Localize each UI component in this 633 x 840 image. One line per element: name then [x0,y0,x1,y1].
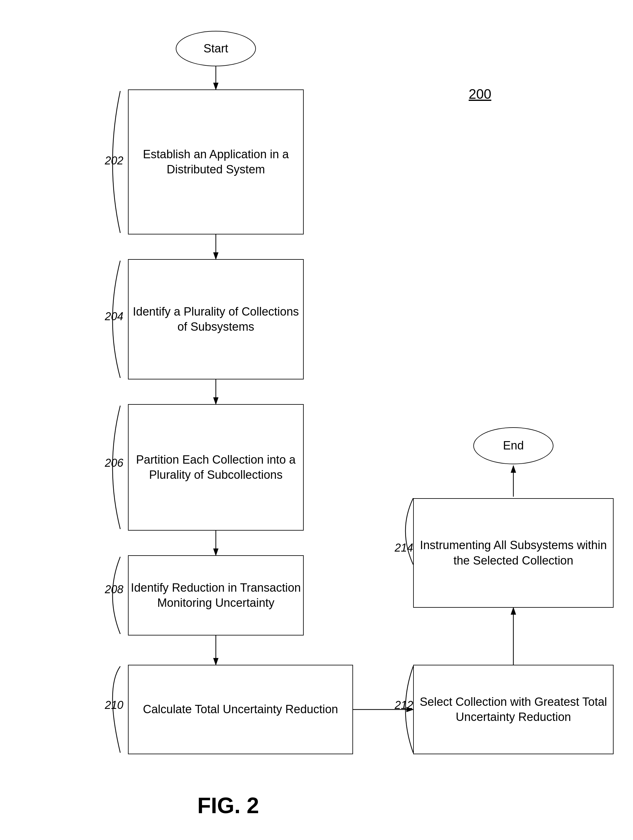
step-label-210: 210 [105,699,123,712]
end-label: End [503,438,524,453]
box-202-label: Establish an Application in a Distribute… [129,147,303,177]
box-212-label: Select Collection with Greatest Total Un… [414,695,613,725]
box-208: Identify Reduction in Transaction Monito… [128,555,304,635]
start-oval: Start [176,31,256,66]
step-label-204: 204 [105,310,123,323]
box-214: Instrumenting All Subsystems within the … [413,498,614,608]
end-oval: End [473,427,553,464]
box-206: Partition Each Collection into a Plurali… [128,404,304,531]
figure-number: 200 [469,86,491,102]
figure-caption: FIG. 2 [167,793,290,818]
box-204-label: Identify a Plurality of Collections of S… [129,304,303,335]
start-label: Start [203,41,228,56]
step-label-214: 214 [395,542,413,554]
box-210: Calculate Total Uncertainty Reduction [128,665,353,754]
box-206-label: Partition Each Collection into a Plurali… [129,452,303,483]
box-204: Identify a Plurality of Collections of S… [128,259,304,379]
box-210-label: Calculate Total Uncertainty Reduction [143,702,338,717]
step-label-206: 206 [105,456,123,469]
box-214-label: Instrumenting All Subsystems within the … [414,538,613,568]
flowchart-diagram: Start Establish an Application in a Dist… [0,0,633,840]
box-208-label: Identify Reduction in Transaction Monito… [129,580,303,611]
step-label-208: 208 [105,583,123,596]
box-212: Select Collection with Greatest Total Un… [413,665,614,754]
box-202: Establish an Application in a Distribute… [128,90,304,234]
step-label-202: 202 [105,154,123,167]
step-label-212: 212 [395,699,413,712]
